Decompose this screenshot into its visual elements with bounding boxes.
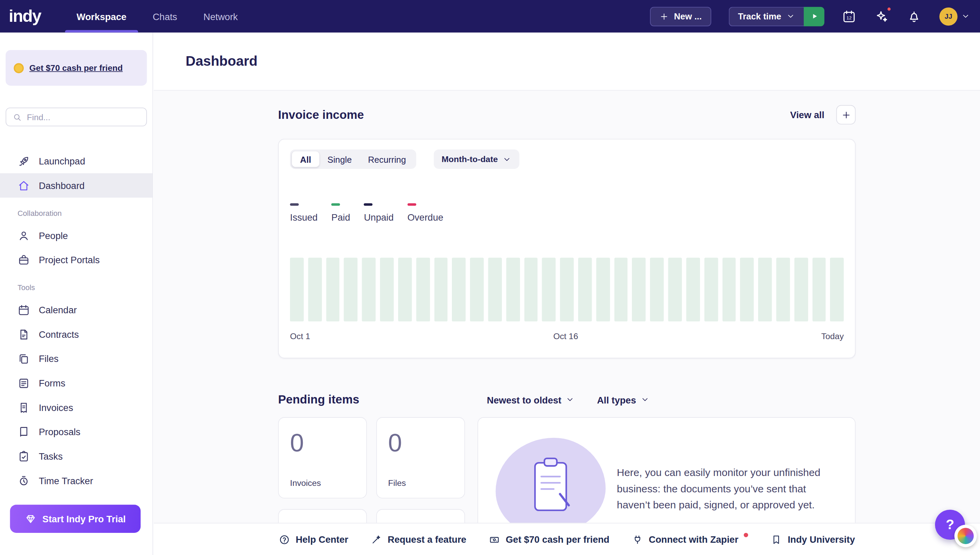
chart-bar	[686, 257, 700, 321]
legend-issued: Issued	[290, 201, 318, 222]
bell-icon	[907, 9, 921, 24]
main-scroll-area[interactable]: Invoice income View all All Single Recur…	[154, 91, 980, 555]
top-navbar: indy Workspace Chats Network New ... Tra…	[0, 0, 980, 33]
page-header: Dashboard	[154, 33, 980, 91]
counter-card-invoices[interactable]: 0 Invoices	[278, 417, 367, 499]
counter-label: Invoices	[290, 478, 355, 488]
notifications-button[interactable]	[907, 9, 922, 24]
topbar-actions: New ... Track time	[650, 6, 970, 26]
tab-recurring[interactable]: Recurring	[360, 151, 414, 167]
footer-bar: Help Center Request a feature Get $70 ca…	[154, 523, 980, 555]
counter-value: 0	[388, 430, 453, 455]
legend-swatch	[364, 203, 372, 205]
tab-single[interactable]: Single	[319, 151, 360, 167]
sidebar-item-files[interactable]: Files	[0, 346, 152, 371]
sidebar-item-forms[interactable]: Forms	[0, 371, 152, 395]
app-window: indy Workspace Chats Network New ... Tra…	[0, 0, 980, 555]
invoice-bar-chart	[290, 257, 844, 321]
notification-dot	[887, 7, 891, 11]
clipboard-illustration	[496, 438, 606, 536]
coin-icon	[14, 63, 24, 73]
legend-swatch	[407, 203, 416, 205]
chart-bar	[578, 257, 592, 321]
account-menu[interactable]: JJ	[940, 7, 970, 25]
legend-overdue: Overdue	[407, 201, 443, 222]
search-icon	[13, 112, 22, 122]
x-label-mid: Oct 16	[553, 331, 578, 341]
legend-unpaid: Unpaid	[364, 201, 393, 222]
topbar-icons	[842, 9, 922, 24]
sidebar-item-contracts[interactable]: Contracts	[0, 322, 152, 346]
footer-request-feature[interactable]: Request a feature	[371, 534, 467, 545]
clock-icon	[18, 474, 30, 487]
notification-dot	[744, 533, 748, 537]
avatar: JJ	[940, 7, 958, 25]
rocket-icon	[18, 155, 30, 167]
start-timer-button[interactable]	[804, 6, 825, 26]
chart-legend: Issued Paid Unpaid Overdue	[290, 201, 844, 222]
indy-logo[interactable]: indy	[9, 6, 41, 26]
chart-bar	[452, 257, 466, 321]
invoice-income-card: All Single Recurring Month-to-date Issu	[278, 139, 855, 359]
calendar-icon	[18, 304, 30, 316]
sparkles-icon	[874, 9, 889, 24]
pending-items-title: Pending items	[278, 393, 487, 406]
proposal-icon	[18, 426, 30, 438]
track-time-button[interactable]: Track time	[729, 6, 804, 26]
contract-icon	[18, 328, 30, 340]
counter-card-files[interactable]: 0 Files	[376, 417, 465, 499]
chart-bar	[740, 257, 754, 321]
footer-referral[interactable]: Get $70 cash per friend	[489, 534, 609, 545]
sidebar: Get $70 cash per friend Launchpad Dashbo…	[0, 33, 153, 555]
sidebar-item-launchpad[interactable]: Launchpad	[0, 149, 152, 173]
sidebar-item-calendar[interactable]: Calendar	[0, 298, 152, 322]
new-button[interactable]: New ...	[650, 6, 711, 26]
referral-banner[interactable]: Get $70 cash per friend	[6, 50, 147, 86]
sidebar-item-project-portals[interactable]: Project Portals	[0, 247, 152, 272]
chart-bar	[380, 257, 394, 321]
calendar-picker-button[interactable]	[842, 9, 857, 24]
section-label-collaboration: Collaboration	[0, 197, 152, 223]
tasks-icon	[18, 450, 30, 463]
referral-link: Get $70 cash per friend	[29, 63, 123, 73]
sidebar-item-tasks[interactable]: Tasks	[0, 444, 152, 468]
chart-controls: All Single Recurring Month-to-date	[290, 149, 844, 169]
search-input[interactable]	[27, 112, 140, 122]
main-area: Dashboard Invoice income View all All	[154, 33, 980, 555]
sort-dropdown[interactable]: Newest to oldest	[487, 394, 574, 405]
question-circle-icon	[279, 534, 290, 545]
assistant-mascot-fab[interactable]	[954, 525, 977, 547]
footer-zapier[interactable]: Connect with Zapier	[632, 534, 748, 545]
sidebar-item-time-tracker[interactable]: Time Tracker	[0, 468, 152, 493]
nav-network[interactable]: Network	[190, 0, 251, 33]
chevron-down-icon	[640, 395, 649, 404]
add-invoice-button[interactable]	[836, 105, 856, 125]
date-range-dropdown[interactable]: Month-to-date	[433, 149, 519, 169]
pro-trial-button[interactable]: Start Indy Pro Trial	[10, 505, 141, 533]
footer-indy-university[interactable]: Indy University	[771, 534, 855, 545]
sidebar-item-proposals[interactable]: Proposals	[0, 419, 152, 444]
book-icon	[771, 534, 782, 545]
view-all-link[interactable]: View all	[790, 109, 825, 120]
chevron-down-icon	[787, 12, 795, 21]
sidebar-item-dashboard[interactable]: Dashboard	[0, 173, 152, 198]
wand-icon	[371, 534, 382, 545]
footer-help-center[interactable]: Help Center	[279, 534, 348, 545]
type-filter-dropdown[interactable]: All types	[597, 394, 649, 405]
chevron-down-icon	[502, 155, 511, 164]
ai-assistant-button[interactable]	[874, 9, 889, 24]
plus-icon	[841, 110, 851, 120]
sidebar-search	[6, 107, 147, 126]
chart-bar	[524, 257, 538, 321]
tab-all[interactable]: All	[292, 151, 320, 167]
sidebar-item-people[interactable]: People	[0, 223, 152, 248]
person-icon	[18, 229, 30, 242]
chart-bar	[470, 257, 484, 321]
nav-workspace[interactable]: Workspace	[63, 0, 139, 33]
chart-bar	[668, 257, 682, 321]
calendar-date-icon	[842, 9, 856, 24]
primary-nav: Workspace Chats Network	[63, 0, 251, 33]
sidebar-item-invoices[interactable]: Invoices	[0, 395, 152, 420]
nav-chats[interactable]: Chats	[139, 0, 190, 33]
legend-paid: Paid	[331, 201, 350, 222]
